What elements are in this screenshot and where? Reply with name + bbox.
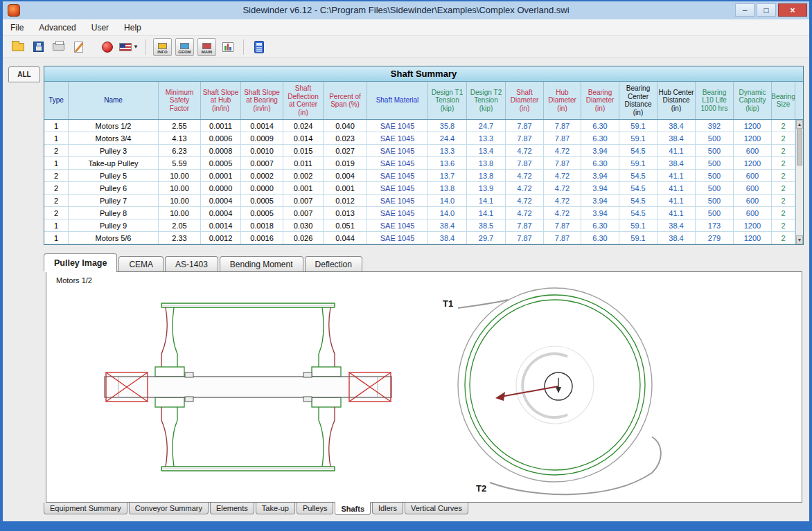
- table-cell: 4.72: [544, 182, 581, 194]
- table-cell: 0.030: [283, 219, 324, 231]
- table-cell: Pulley 8: [69, 207, 159, 219]
- table-cell: 41.1: [657, 145, 696, 156]
- table-row[interactable]: 1Motors 1/22.550.00110.00140.0240.040SAE…: [44, 120, 795, 132]
- table-cell: 600: [734, 195, 772, 206]
- grid-rows: 1Motors 1/22.550.00110.00140.0240.040SAE…: [44, 120, 795, 244]
- table-cell: 7.87: [506, 232, 544, 244]
- window-frame-bottom: [0, 521, 812, 531]
- table-row[interactable]: 2Pulley 710.000.00040.00050.0070.012SAE …: [44, 195, 795, 207]
- table-cell: 2.33: [159, 232, 201, 244]
- info-button[interactable]: INFO: [153, 38, 172, 56]
- table-cell: 500: [696, 157, 734, 169]
- scroll-thumb[interactable]: [797, 129, 802, 165]
- tab-pulley-image[interactable]: Pulley Image: [44, 253, 117, 271]
- chart-icon: [222, 42, 233, 52]
- tab-elements[interactable]: Elements: [210, 503, 254, 514]
- column-header: Bearing L10 Life 1000 hrs: [696, 82, 734, 119]
- table-cell: 4.72: [544, 207, 581, 219]
- toolbar-separator: [145, 39, 146, 55]
- flag-icon: [119, 43, 132, 51]
- table-cell: 1: [44, 219, 69, 231]
- scroll-down-icon[interactable]: ▼: [796, 235, 803, 244]
- table-cell: 0.014: [283, 132, 324, 144]
- minimize-button[interactable]: –: [735, 3, 754, 17]
- table-row[interactable]: 1Pulley 92.050.00140.00180.0300.051SAE 1…: [44, 219, 795, 232]
- toolbar-separator: [243, 39, 244, 55]
- table-cell: 38.4: [428, 232, 467, 244]
- tab-all[interactable]: ALL: [8, 66, 40, 82]
- table-row[interactable]: 2Pulley 810.000.00040.00050.0070.013SAE …: [44, 207, 795, 219]
- table-row[interactable]: 2Pulley 510.000.00010.00020.0020.004SAE …: [44, 170, 795, 182]
- table-cell: 4.72: [506, 207, 544, 219]
- tab-shafts[interactable]: Shafts: [335, 502, 371, 515]
- tab-take-up[interactable]: Take-up: [256, 503, 295, 514]
- menu-user[interactable]: User: [84, 19, 116, 35]
- table-cell: 1200: [734, 219, 772, 231]
- maximize-button[interactable]: □: [757, 3, 776, 17]
- open-button[interactable]: [10, 39, 26, 55]
- menu-file[interactable]: File: [3, 19, 31, 35]
- table-row[interactable]: 2Pulley 36.230.00080.00100.0150.027SAE 1…: [44, 145, 795, 157]
- table-cell: 2: [44, 170, 69, 181]
- geom-button[interactable]: GEOM: [175, 38, 194, 56]
- tab-vertical-curves[interactable]: Vertical Curves: [405, 503, 468, 514]
- edit-icon: [74, 42, 83, 53]
- table-cell: 1200: [734, 157, 772, 169]
- table-cell: 0.0018: [241, 219, 283, 231]
- table-cell: 0.001: [283, 182, 324, 194]
- table-cell: 2.05: [159, 219, 201, 231]
- column-header: Bearing Size: [772, 82, 795, 119]
- table-cell: 3.94: [581, 207, 619, 219]
- chart-button[interactable]: [220, 39, 236, 55]
- table-cell: 59.1: [619, 132, 657, 144]
- menu-help[interactable]: Help: [116, 19, 149, 35]
- scroll-up-icon[interactable]: ▲: [796, 120, 803, 129]
- table-cell: 2: [44, 207, 69, 219]
- table-cell: Motors 3/4: [69, 132, 159, 144]
- tab-pulleys[interactable]: Pulleys: [297, 503, 333, 514]
- menu-advanced[interactable]: Advanced: [31, 19, 83, 35]
- scroll-track[interactable]: [796, 166, 803, 235]
- main-button[interactable]: MAIN: [197, 38, 216, 56]
- table-cell: Motors 1/2: [69, 120, 159, 132]
- tab-as-1403[interactable]: AS-1403: [165, 256, 218, 271]
- table-cell: 4.72: [506, 145, 544, 156]
- shaft-summary-table: Shaft Summary TypeNameMinimum Safety Fac…: [44, 66, 804, 245]
- column-header: Bearing Center Distance (in): [619, 82, 657, 119]
- table-row[interactable]: 1Take-up Pulley5.590.00050.00070.0110.01…: [44, 157, 795, 170]
- print-button[interactable]: [50, 39, 67, 55]
- help-button[interactable]: [99, 39, 116, 55]
- tab-bending-moment[interactable]: Bending Moment: [220, 256, 303, 271]
- language-dropdown[interactable]: ▼: [119, 39, 139, 55]
- table-cell: 7.87: [544, 219, 581, 231]
- geom-button-label: GEOM: [178, 50, 191, 54]
- title-bar[interactable]: Sidewinder v6.12 - C:\Program Files\Side…: [3, 1, 809, 19]
- save-button[interactable]: [30, 39, 46, 55]
- close-button[interactable]: ×: [778, 3, 807, 17]
- table-cell: 38.4: [428, 219, 467, 231]
- table-scrollbar[interactable]: ▲ ▼: [795, 120, 803, 244]
- table-cell: Pulley 3: [69, 145, 159, 156]
- table-cell: 500: [696, 195, 734, 206]
- table-cell: 0.0001: [201, 170, 241, 181]
- table-cell: 3.94: [581, 170, 619, 181]
- tab-deflection[interactable]: Deflection: [305, 256, 362, 271]
- table-row[interactable]: 2Pulley 610.000.00000.00000.0010.001SAE …: [44, 182, 795, 195]
- tab-cema[interactable]: CEMA: [118, 256, 164, 271]
- table-cell: 59.1: [619, 232, 657, 244]
- table-cell: 38.4: [657, 219, 696, 231]
- table-cell: 0.023: [324, 132, 367, 144]
- main-icon: [202, 43, 211, 49]
- table-cell: 600: [734, 182, 772, 194]
- column-header: Hub Diameter (in): [544, 82, 581, 119]
- edit-button[interactable]: [70, 39, 87, 55]
- tab-idlers[interactable]: Idlers: [372, 503, 403, 514]
- table-row[interactable]: 1Motors 3/44.130.00060.00090.0140.023SAE…: [44, 132, 795, 145]
- tab-equipment-summary[interactable]: Equipment Summary: [44, 503, 127, 514]
- window-frame-right: [809, 0, 812, 531]
- calculator-button[interactable]: [251, 39, 267, 55]
- table-cell: SAE 1045: [367, 219, 428, 231]
- table-cell: 2: [772, 195, 795, 206]
- tab-conveyor-summary[interactable]: Conveyor Summary: [129, 503, 209, 514]
- table-row[interactable]: 1Motors 5/62.330.00120.00160.0260.044SAE…: [44, 232, 795, 244]
